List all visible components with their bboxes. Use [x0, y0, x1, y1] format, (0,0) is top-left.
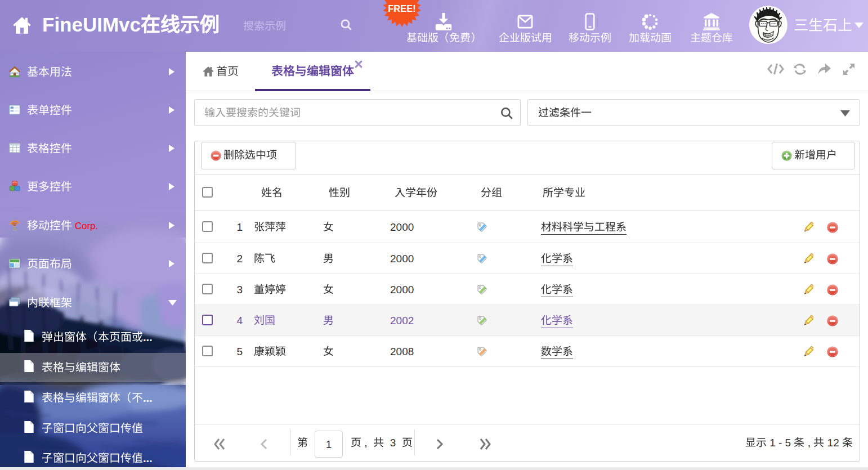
svg-text:FREE!: FREE!: [388, 3, 416, 14]
